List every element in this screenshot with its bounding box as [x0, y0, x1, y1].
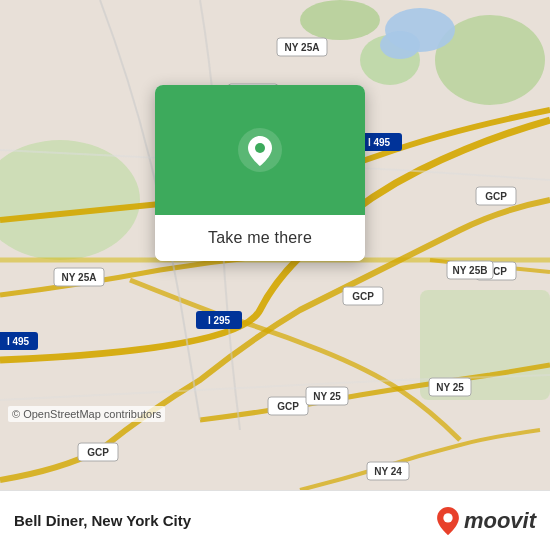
svg-text:I 495: I 495: [7, 336, 30, 347]
svg-text:NY 25: NY 25: [436, 382, 464, 393]
popup-map-preview: [155, 85, 365, 215]
svg-point-40: [255, 143, 265, 153]
take-me-there-button[interactable]: Take me there: [155, 215, 365, 261]
location-info: Bell Diner, New York City: [14, 512, 191, 529]
bottom-bar: Bell Diner, New York City moovit: [0, 490, 550, 550]
svg-text:GCP: GCP: [277, 401, 299, 412]
moovit-text: moovit: [464, 508, 536, 534]
moovit-pin-icon: [434, 507, 462, 535]
svg-text:GCP: GCP: [485, 191, 507, 202]
svg-text:I 495: I 495: [368, 137, 391, 148]
copyright-text: © OpenStreetMap contributors: [8, 406, 165, 422]
location-name: Bell Diner, New York City: [14, 512, 191, 529]
bottom-content: Bell Diner, New York City moovit: [14, 507, 536, 535]
svg-text:NY 24: NY 24: [374, 466, 402, 477]
location-pin-icon: [238, 128, 282, 172]
svg-text:GCP: GCP: [87, 447, 109, 458]
svg-text:NY 25B: NY 25B: [453, 265, 488, 276]
svg-text:NY 25A: NY 25A: [285, 42, 320, 53]
svg-point-41: [443, 513, 452, 522]
svg-text:I 295: I 295: [208, 315, 231, 326]
svg-text:NY 25: NY 25: [313, 391, 341, 402]
popup-card: Take me there: [155, 85, 365, 261]
svg-text:NY 25A: NY 25A: [62, 272, 97, 283]
svg-point-5: [300, 0, 380, 40]
moovit-logo: moovit: [434, 507, 536, 535]
svg-text:GCP: GCP: [352, 291, 374, 302]
map-container: NY 25A NY 25A NY 25A I 495 I 495 I 295 G…: [0, 0, 550, 490]
svg-point-7: [380, 31, 420, 59]
